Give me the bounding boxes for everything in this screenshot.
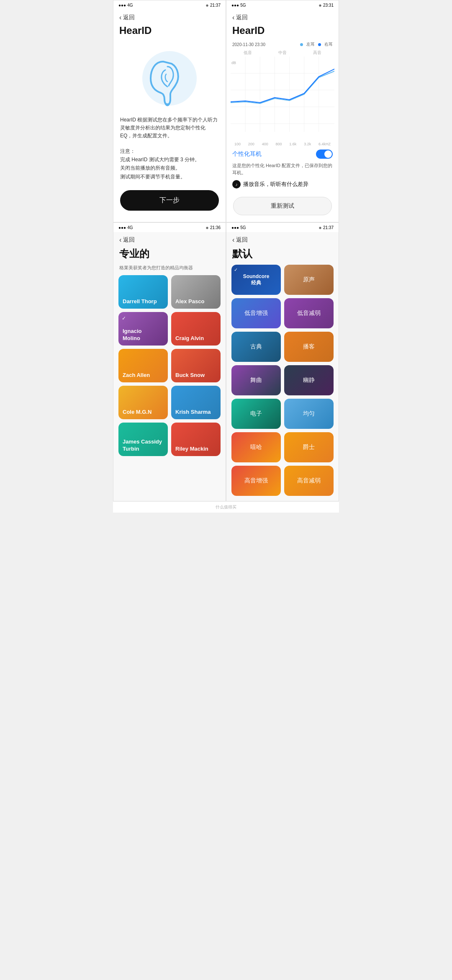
check-icon-ignacio: ✓ bbox=[122, 315, 126, 321]
pro-card-james[interactable]: James CassidyTurbin bbox=[118, 423, 168, 456]
eq-panel: ●●● 5G ⎈ 21:37 ‹ 返回 默认 ✓ Soundcore经典 原声 bbox=[226, 222, 339, 501]
signal-type-br: 5G bbox=[240, 225, 246, 230]
check-icon-soundcore: ✓ bbox=[234, 267, 238, 273]
play-music-label: 播放音乐，听听有什么差异 bbox=[243, 181, 308, 188]
freq-bass: 低音 bbox=[244, 50, 252, 56]
date-row: 2020-11-30 23:30 左耳 右耳 bbox=[226, 41, 339, 50]
note-title: 注意： bbox=[120, 147, 219, 155]
eq-card-electronic[interactable]: 电子 bbox=[231, 399, 281, 429]
eq-card-bass-boost[interactable]: 低音增强 bbox=[231, 298, 281, 328]
left-ear-label: 左耳 bbox=[306, 41, 315, 47]
result-date: 2020-11-30 23:30 bbox=[232, 42, 265, 47]
pro-card-name-cole: Cole M.G.N bbox=[123, 409, 152, 416]
play-music-row[interactable]: ♪ 播放音乐，听听有什么差异 bbox=[226, 178, 339, 193]
pro-subtitle: 格莱美获奖者为您打造的精品均衡器 bbox=[113, 265, 226, 275]
bottom-bar-text: 什么值得买 bbox=[216, 505, 236, 509]
status-bl-left: ●●● 4G bbox=[118, 225, 133, 230]
status-bar-top-left: ●●● 4G ⎈ 21:37 bbox=[113, 0, 226, 10]
back-arrow-bl[interactable]: ‹ bbox=[119, 236, 121, 244]
eq-title: 默认 bbox=[226, 245, 339, 265]
eq-card-bass-reduce[interactable]: 低音减弱 bbox=[284, 298, 334, 328]
eq-name-classical: 古典 bbox=[250, 343, 262, 351]
signal-br: ●●● bbox=[231, 225, 239, 230]
hearid-intro-panel: ●●● 4G ⎈ 21:37 ‹ 返回 HearID bbox=[113, 0, 226, 222]
nav-bottom-left[interactable]: ‹ 返回 bbox=[113, 232, 226, 245]
note-item-1: 完成 HearID 测试大约需要 3 分钟。 bbox=[120, 155, 219, 164]
eq-card-dance[interactable]: 舞曲 bbox=[231, 365, 281, 395]
eq-card-flat[interactable]: 均匀 bbox=[284, 399, 334, 429]
eq-card-podcast[interactable]: 播客 bbox=[284, 332, 334, 362]
status-signal-right: ●●● 5G bbox=[231, 3, 246, 8]
pro-card-craig[interactable]: Craig Alvin bbox=[171, 312, 221, 346]
note-item-2: 关闭当前播放的所有音频。 bbox=[120, 164, 219, 172]
status-right-right: ⎈ 23:31 bbox=[319, 3, 334, 8]
pro-card-krish[interactable]: Krish Sharma bbox=[171, 386, 221, 419]
eq-name-yuansheng: 原声 bbox=[303, 276, 315, 284]
signal-bars-right: ●●● bbox=[231, 3, 239, 8]
pro-card-buck[interactable]: Buck Snow bbox=[171, 349, 221, 382]
back-arrow-br[interactable]: ‹ bbox=[232, 236, 234, 244]
nav-top-left[interactable]: ‹ 返回 bbox=[113, 10, 226, 23]
eq-name-bass-boost: 低音增强 bbox=[244, 309, 268, 317]
pro-card-name-zach: Zach Allen bbox=[123, 372, 150, 379]
pro-card-name-alex: Alex Pasco bbox=[175, 298, 204, 305]
hearid-notes: 注意： 完成 HearID 测试大约需要 3 分钟。 关闭当前播放的所有音频。 … bbox=[113, 144, 226, 186]
chart-labels-top: 低音 中音 高音 bbox=[226, 50, 339, 56]
back-arrow-icon[interactable]: ‹ bbox=[119, 14, 121, 21]
hearid-result-panel: ●●● 5G ⎈ 23:31 ‹ 返回 HearID 2020-11-30 23… bbox=[226, 0, 339, 222]
eq-card-jazz[interactable]: 爵士 bbox=[284, 432, 334, 462]
eq-name-treble-boost: 高音增强 bbox=[244, 477, 268, 485]
status-bar-top-right: ●●● 5G ⎈ 23:31 bbox=[226, 0, 339, 10]
pro-card-alex[interactable]: Alex Pasco bbox=[171, 275, 221, 309]
bluetooth-icon: ⎈ bbox=[206, 3, 208, 8]
eq-card-yuansheng[interactable]: 原声 bbox=[284, 265, 334, 295]
freq-400: 400 bbox=[262, 142, 268, 146]
ear-image-container bbox=[113, 41, 226, 112]
pro-card-zach[interactable]: Zach Allen bbox=[118, 349, 168, 382]
freq-800: 800 bbox=[275, 142, 282, 146]
status-signal: ●●● 4G bbox=[118, 3, 133, 8]
back-label-right[interactable]: 返回 bbox=[236, 14, 248, 21]
chart-labels-bottom: 100 200 400 800 1.6k 3.2k 6.4kHZ bbox=[226, 142, 339, 146]
eq-name-hiphop: 嘻哈 bbox=[250, 444, 262, 451]
eq-name-dance: 舞曲 bbox=[250, 377, 262, 384]
nav-top-right[interactable]: ‹ 返回 bbox=[226, 10, 339, 23]
pro-card-name-craig: Craig Alvin bbox=[175, 335, 204, 342]
personalized-label: 个性化耳机 bbox=[232, 150, 262, 158]
bottom-bar: 什么值得买 bbox=[113, 501, 339, 513]
freq-6k4: 6.4kHZ bbox=[318, 142, 331, 146]
retest-button[interactable]: 重新测试 bbox=[233, 197, 332, 215]
status-bar-bottom-left: ●●● 4G ⎈ 21:36 bbox=[113, 223, 226, 232]
eq-card-classical[interactable]: 古典 bbox=[231, 332, 281, 362]
pro-card-name-riley: Riley Mackin bbox=[175, 446, 208, 453]
pro-card-riley[interactable]: Riley Mackin bbox=[171, 423, 221, 456]
back-arrow-icon-right[interactable]: ‹ bbox=[232, 14, 234, 21]
back-label-br[interactable]: 返回 bbox=[236, 236, 248, 244]
next-button[interactable]: 下一步 bbox=[120, 190, 219, 211]
time-right: 23:31 bbox=[323, 3, 334, 8]
eq-card-treble-boost[interactable]: 高音增强 bbox=[231, 466, 281, 496]
hearid-title: HearID bbox=[113, 23, 226, 41]
back-label-bl[interactable]: 返回 bbox=[123, 236, 135, 244]
nav-bottom-right[interactable]: ‹ 返回 bbox=[226, 232, 339, 245]
eq-card-treble-reduce[interactable]: 高音减弱 bbox=[284, 466, 334, 496]
eq-name-soundcore: Soundcore经典 bbox=[243, 273, 270, 286]
pro-card-ignacio[interactable]: ✓ IgnacioMolino bbox=[118, 312, 168, 346]
chart-svg bbox=[231, 57, 334, 132]
hearid-result-title: HearID bbox=[226, 23, 339, 41]
back-label[interactable]: 返回 bbox=[123, 14, 135, 21]
pro-card-darrell[interactable]: Darrell Thorp bbox=[118, 275, 168, 309]
status-right: ⎈ 21:37 bbox=[206, 3, 221, 8]
status-bar-bottom-right: ●●● 5G ⎈ 21:37 bbox=[226, 223, 339, 232]
eq-card-soundcore[interactable]: ✓ Soundcore经典 bbox=[231, 265, 281, 295]
freq-200: 200 bbox=[248, 142, 254, 146]
eq-card-hiphop[interactable]: 嘻哈 bbox=[231, 432, 281, 462]
pro-card-name-ignacio: IgnacioMolino bbox=[123, 328, 142, 342]
personalized-toggle[interactable] bbox=[316, 150, 333, 159]
time-bl: 21:36 bbox=[210, 225, 221, 230]
db-label: dB bbox=[231, 61, 236, 65]
eq-card-quiet[interactable]: 幽静 bbox=[284, 365, 334, 395]
pro-panel: ●●● 4G ⎈ 21:36 ‹ 返回 专业的 格莱美获奖者为您打造的精品均衡器… bbox=[113, 222, 226, 501]
signal-bl: ●●● bbox=[118, 225, 126, 230]
pro-card-cole[interactable]: Cole M.G.N bbox=[118, 386, 168, 419]
